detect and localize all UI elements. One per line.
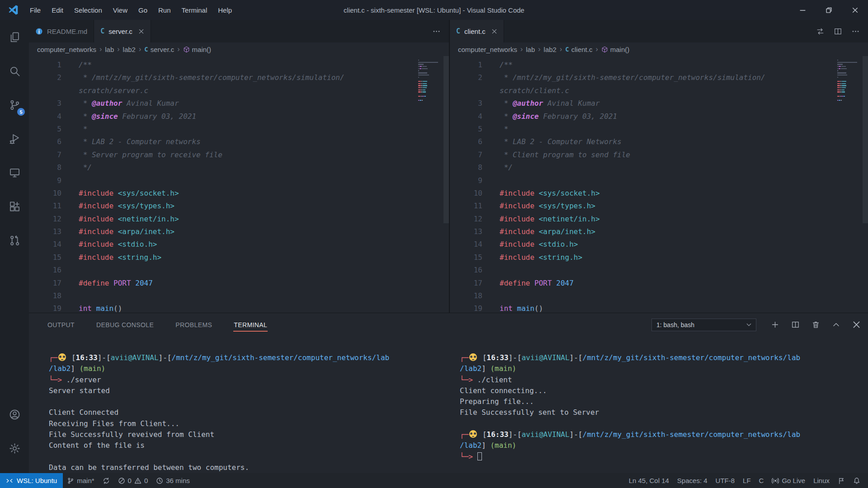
git-branch-status[interactable]: main* xyxy=(63,473,98,488)
breadcrumb-item[interactable]: main() xyxy=(601,46,630,53)
minimap-segment xyxy=(842,85,846,86)
activity-source-control[interactable]: 5 xyxy=(0,91,29,118)
menu-terminal[interactable]: Terminal xyxy=(176,0,213,20)
problems-status[interactable]: 0 0 xyxy=(114,473,152,488)
minimap-line xyxy=(837,98,860,99)
close-panel-button[interactable] xyxy=(852,320,861,329)
terminal-token: avii@AVINAL xyxy=(522,353,570,362)
activity-github-pull-requests[interactable] xyxy=(0,227,29,254)
language-mode[interactable]: C xyxy=(755,473,768,488)
minimap[interactable] xyxy=(418,60,441,101)
tab-README.md[interactable]: README.md xyxy=(29,20,94,42)
timer-status[interactable]: 36 mins xyxy=(152,473,194,488)
close-tab-icon[interactable] xyxy=(491,28,497,34)
notifications[interactable] xyxy=(849,473,864,488)
code-line: 10#include <sys/socket.h> xyxy=(29,187,449,200)
more-actions-icon[interactable] xyxy=(851,27,860,36)
panel-tab-output[interactable]: OUTPUT xyxy=(47,317,75,333)
activity-extensions[interactable] xyxy=(0,193,29,220)
code-text: int main() xyxy=(482,302,543,313)
go-live-button[interactable]: Go Live xyxy=(768,473,809,488)
cursor-position[interactable]: Ln 45, Col 14 xyxy=(625,473,673,488)
minimap-segment xyxy=(839,100,840,101)
terminal-token: Client Connected xyxy=(49,408,118,417)
scrollbar[interactable] xyxy=(443,56,449,223)
kill-terminal-button[interactable] xyxy=(811,320,820,329)
menu-file[interactable]: File xyxy=(24,0,46,20)
activity-remote-explorer[interactable] xyxy=(0,159,29,186)
breadcrumb-item[interactable]: Cserver.c xyxy=(144,46,174,53)
tab-label: README.md xyxy=(47,28,87,35)
code-token: @author xyxy=(92,99,122,108)
close-window-button[interactable] xyxy=(842,0,868,20)
activity-search[interactable] xyxy=(0,57,29,84)
encoding[interactable]: UTF-8 xyxy=(712,473,739,488)
menu-run[interactable]: Run xyxy=(153,0,176,20)
close-tab-icon[interactable] xyxy=(138,28,144,34)
eol-sequence[interactable]: LF xyxy=(739,473,755,488)
scrollbar[interactable] xyxy=(863,56,868,223)
editor-area: README.mdCserver.c computer_networks›lab… xyxy=(29,20,868,313)
menu-help[interactable]: Help xyxy=(212,0,237,20)
breadcrumb-item[interactable]: Cclient.c xyxy=(565,46,592,53)
split-terminal-button[interactable] xyxy=(791,320,800,329)
minimap-line xyxy=(837,64,860,65)
code-editor-server[interactable]: 1/**2 * /mnt/z/my_git/sixth-semester/com… xyxy=(29,56,449,313)
new-terminal-button[interactable] xyxy=(771,320,779,329)
minimap-segment xyxy=(423,85,427,86)
minimap-line xyxy=(418,96,441,97)
remote-indicator[interactable]: WSL: Ubuntu xyxy=(0,473,63,488)
breadcrumb-item[interactable]: main() xyxy=(183,46,212,53)
terminal-token: ┌─ xyxy=(49,353,57,362)
breadcrumb-item[interactable]: lab2 xyxy=(123,46,136,53)
breadcrumb-item[interactable]: lab xyxy=(526,46,535,53)
minimap-segment xyxy=(418,75,429,75)
breadcrumb-item[interactable]: lab xyxy=(105,46,114,53)
split-actions-icon[interactable] xyxy=(834,27,842,36)
breadcrumb-item[interactable]: computer_networks xyxy=(458,46,517,53)
minimap-line xyxy=(837,96,860,97)
indentation[interactable]: Spaces: 4 xyxy=(673,473,712,488)
restore-button[interactable] xyxy=(816,0,842,20)
activity-bar: 5 xyxy=(0,20,29,473)
tab-server.c[interactable]: Cserver.c xyxy=(94,20,151,42)
code-token xyxy=(534,240,539,249)
line-number: 1 xyxy=(450,59,482,71)
activity-settings[interactable] xyxy=(0,435,29,462)
tab-client.c[interactable]: Cclient.c xyxy=(450,20,504,42)
broadcast-icon xyxy=(772,477,779,484)
panel-tab-problems[interactable]: PROBLEMS xyxy=(175,317,212,333)
more-actions-icon[interactable] xyxy=(432,27,441,36)
breadcrumb-label: main() xyxy=(192,46,212,53)
code-text xyxy=(482,290,500,302)
sync-status[interactable] xyxy=(99,473,114,488)
chevron-right-icon: › xyxy=(595,45,598,53)
activity-explorer[interactable] xyxy=(0,23,29,51)
menu-edit[interactable]: Edit xyxy=(46,0,69,20)
breadcrumb-item[interactable]: lab2 xyxy=(544,46,557,53)
panel-tab-terminal[interactable]: TERMINAL xyxy=(233,317,268,333)
menu-go[interactable]: Go xyxy=(133,0,153,20)
code-text: #include <arpa/inet.h> xyxy=(482,225,595,238)
os-indicator[interactable]: Linux xyxy=(809,473,834,488)
terminal-pane-client[interactable]: ┌─ [16:33]-[avii@AVINAL]-[/mnt/z/my_git/… xyxy=(450,336,868,473)
panel-tab-debug-console[interactable]: DEBUG CONSOLE xyxy=(96,317,154,333)
code-editor-client[interactable]: 1/**2 * /mnt/z/my_git/sixth-semester/com… xyxy=(450,56,868,313)
minimize-button[interactable] xyxy=(789,0,816,20)
compare-actions-icon[interactable] xyxy=(816,27,825,36)
menu-view[interactable]: View xyxy=(108,0,133,20)
account-icon xyxy=(9,408,21,421)
terminal-select[interactable]: 1: bash, bash xyxy=(651,319,756,331)
terminal-pane-server[interactable]: ┌─ [16:33]-[avii@AVINAL]-[/mnt/z/my_git/… xyxy=(29,336,450,473)
menu-selection[interactable]: Selection xyxy=(69,0,108,20)
flag-status[interactable] xyxy=(834,473,849,488)
minimap-segment xyxy=(418,77,419,78)
activity-accounts[interactable] xyxy=(0,401,29,428)
breadcrumb-item[interactable]: computer_networks xyxy=(37,46,96,53)
minimap[interactable] xyxy=(837,60,860,101)
minimap-segment xyxy=(843,96,845,97)
maximize-panel-button[interactable] xyxy=(832,320,840,329)
git-branch-icon xyxy=(67,477,74,484)
activity-run-and-debug[interactable] xyxy=(0,125,29,152)
line-number: 14 xyxy=(29,238,61,251)
